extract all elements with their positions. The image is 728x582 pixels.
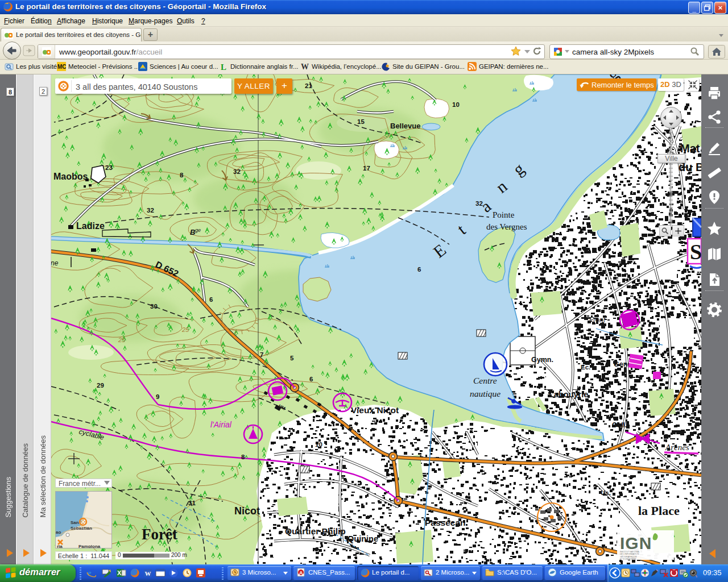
svg-text:San: San (71, 520, 79, 525)
svg-text:32: 32 (147, 207, 154, 214)
svg-text:Front: Front (589, 316, 606, 324)
svg-text:Coll.: Coll. (612, 421, 627, 429)
svg-text:Nicot: Nicot (234, 505, 260, 517)
svg-text:Vieux Nicot: Vieux Nicot (351, 405, 399, 415)
svg-text:Quartier Philip: Quartier Philip (285, 526, 346, 536)
svg-text:ge: ge (195, 227, 201, 233)
svg-text:17: 17 (363, 165, 370, 172)
svg-text:ao: ao (56, 530, 61, 535)
svg-text:Quinine: Quinine (348, 534, 378, 543)
svg-text:30: 30 (150, 303, 158, 310)
svg-text:Pointe: Pointe (493, 210, 515, 219)
svg-text:31: 31 (188, 500, 196, 506)
svg-text:8: 8 (241, 454, 245, 460)
svg-text:Pamplona: Pamplona (78, 544, 101, 548)
svg-text:la Place: la Place (638, 504, 680, 518)
svg-text:Centre: Centre (473, 376, 497, 385)
svg-text:S: S (690, 240, 701, 264)
svg-text:7: 7 (260, 351, 263, 358)
svg-text:Ladize: Ladize (76, 221, 105, 231)
svg-text:ET FORESTIÈRE: ET FORESTIÈRE (620, 558, 636, 560)
svg-text:W: W (145, 570, 151, 577)
svg-text:Ec.: Ec. (581, 364, 590, 371)
svg-text:INSTITUT NATIONAL: INSTITUT NATIONAL (620, 551, 640, 553)
svg-text:10: 10 (315, 441, 322, 448)
svg-text:29: 29 (97, 382, 104, 389)
svg-text:Forêt: Forêt (142, 526, 177, 543)
svg-text:des Vergnes: des Vergnes (486, 222, 527, 231)
svg-text:Passecan: Passecan (425, 518, 466, 527)
svg-text:A: A (299, 570, 303, 576)
svg-text:MC: MC (57, 64, 66, 70)
svg-text:Arènes: Arènes (665, 443, 689, 452)
svg-text:15: 15 (357, 118, 365, 125)
svg-text:W: W (301, 63, 309, 71)
svg-text:6: 6 (309, 376, 313, 383)
svg-text:Bellevue: Bellevue (390, 122, 420, 130)
svg-text:32: 32 (233, 168, 241, 175)
svg-text:5: 5 (290, 355, 294, 361)
svg-text:6: 6 (417, 266, 421, 273)
svg-text:25: 25 (181, 326, 189, 333)
svg-text:DE L’INFORMATION: DE L’INFORMATION (620, 553, 639, 555)
svg-text:nautique: nautique (470, 389, 500, 398)
svg-text:9: 9 (156, 393, 159, 400)
svg-text:IGN: IGN (620, 534, 652, 552)
svg-text:L: L (221, 63, 226, 71)
svg-text:Maobos: Maobos (53, 172, 88, 181)
svg-text:Sebastián: Sebastián (71, 526, 92, 531)
svg-text:10: 10 (452, 101, 460, 108)
svg-text:6: 6 (209, 296, 213, 303)
svg-text:Mat: Mat (680, 142, 700, 155)
svg-text:Us.: Us. (601, 489, 611, 496)
svg-text:X: X (117, 569, 122, 576)
svg-text:ne: ne (51, 259, 59, 267)
svg-text:32: 32 (475, 200, 483, 207)
svg-text:Gymn.: Gymn. (531, 356, 553, 364)
svg-text:8: 8 (180, 172, 184, 178)
svg-text:23: 23 (105, 164, 113, 171)
svg-text:Labouyrie: Labouyrie (549, 390, 588, 399)
svg-text:GÉOGRAPHIQUE: GÉOGRAPHIQUE (620, 555, 637, 558)
svg-text:21: 21 (305, 82, 312, 89)
svg-text:l'Airial: l'Airial (210, 420, 232, 429)
svg-text:B: B (190, 228, 195, 236)
svg-text:25: 25 (118, 336, 126, 343)
